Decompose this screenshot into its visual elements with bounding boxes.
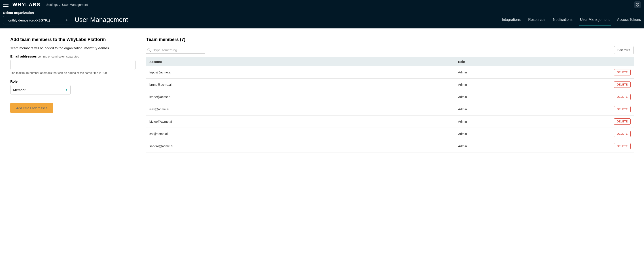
tab-resources[interactable]: Resources (528, 18, 545, 22)
cell-account: bigjoe@acme.ai (146, 116, 455, 128)
add-emails-button[interactable]: Add email addresses (10, 103, 53, 113)
email-label-text: Email addresses (10, 54, 37, 58)
cell-actions: DELETE (611, 66, 634, 79)
user-icon (636, 3, 640, 7)
members-table: Account Role tripps@acme.aiAdminDELETEbr… (146, 57, 634, 152)
members-tbody: tripps@acme.aiAdminDELETEbruno@acme.aiAd… (146, 66, 634, 152)
table-row: tripps@acme.aiAdminDELETE (146, 66, 634, 79)
app-header: WHYLABS Settings / User Management Selec… (0, 0, 644, 29)
page-title: User Management (75, 16, 128, 25)
org-select-value: monthly demos (org-X3G7Pz) (6, 18, 50, 22)
cell-actions: DELETE (611, 128, 634, 140)
org-select[interactable]: monthly demos (org-X3G7Pz) ▲▼ (3, 16, 70, 25)
header-top: WHYLABS Settings / User Management (3, 0, 641, 10)
org-block: Select organization monthly demos (org-X… (3, 11, 70, 25)
breadcrumb-sep: / (60, 3, 60, 7)
org-label: Select organization (3, 11, 70, 15)
cell-role: Admin (455, 116, 611, 128)
search-wrap[interactable] (146, 47, 205, 54)
cell-actions: DELETE (611, 116, 634, 128)
logo: WHYLABS (12, 2, 40, 8)
table-row: bruno@acme.aiAdminDELETE (146, 79, 634, 91)
table-header-row: Account Role (146, 57, 634, 66)
cell-role: Admin (455, 91, 611, 103)
search-icon (147, 48, 151, 52)
search-input[interactable] (154, 48, 204, 52)
delete-button[interactable]: DELETE (614, 143, 630, 149)
caret-down-icon: ▼ (65, 88, 68, 91)
svg-point-1 (637, 4, 638, 5)
nav-tabs: IntegrationsResourcesNotificationsUser M… (502, 18, 641, 25)
main-content: Add team members to the WhyLabs Platform… (0, 29, 644, 161)
delete-button[interactable]: DELETE (614, 94, 630, 100)
cell-account: bruno@acme.ai (146, 79, 455, 91)
delete-button[interactable]: DELETE (614, 118, 630, 125)
table-row: sandro@acme.aiAdminDELETE (146, 140, 634, 152)
cell-account: leane@acme.ai (146, 91, 455, 103)
add-title: Add team members to the WhyLabs Platform (10, 37, 136, 42)
add-desc: Team members will be added to the organi… (10, 46, 136, 50)
add-desc-org: monthly demos (84, 46, 109, 50)
role-value: Member (13, 88, 26, 92)
members-title: Team members (7) (146, 37, 634, 42)
cell-actions: DELETE (611, 91, 634, 103)
delete-button[interactable]: DELETE (614, 106, 630, 112)
breadcrumb-current: User Management (62, 3, 88, 7)
cell-actions: DELETE (611, 79, 634, 91)
search-row: Edit roles (146, 46, 634, 54)
cell-account: isak@acme.ai (146, 103, 455, 116)
user-avatar[interactable] (634, 1, 641, 8)
edit-roles-button[interactable]: Edit roles (614, 46, 634, 54)
cell-role: Admin (455, 128, 611, 140)
role-label: Role (10, 80, 136, 83)
email-hint: comma or semi-colon separated (38, 55, 80, 58)
col-account: Account (146, 57, 455, 66)
breadcrumb-settings[interactable]: Settings (46, 3, 58, 7)
cell-account: cat@acme.ai (146, 128, 455, 140)
tab-user-management[interactable]: User Management (580, 18, 610, 22)
tab-integrations[interactable]: Integrations (502, 18, 521, 22)
tab-access-tokens[interactable]: Access Tokens (617, 18, 641, 22)
col-role: Role (455, 57, 611, 66)
cell-role: Admin (455, 103, 611, 116)
delete-button[interactable]: DELETE (614, 69, 630, 75)
role-select[interactable]: Member ▼ (10, 85, 71, 95)
menu-icon[interactable] (3, 3, 8, 7)
email-label: Email addresses comma or semi-colon sepa… (10, 54, 136, 58)
cell-role: Admin (455, 140, 611, 152)
add-desc-prefix: Team members will be added to the organi… (10, 46, 84, 50)
col-actions (611, 57, 634, 66)
table-row: bigjoe@acme.aiAdminDELETE (146, 116, 634, 128)
cell-role: Admin (455, 79, 611, 91)
cell-role: Admin (455, 66, 611, 79)
table-row: cat@acme.aiAdminDELETE (146, 128, 634, 140)
delete-button[interactable]: DELETE (614, 131, 630, 137)
cell-actions: DELETE (611, 140, 634, 152)
table-row: isak@acme.aiAdminDELETE (146, 103, 634, 116)
table-row: leane@acme.aiAdminDELETE (146, 91, 634, 103)
members-panel: Team members (7) Edit roles Account Role… (146, 37, 634, 152)
select-arrows-icon: ▲▼ (66, 19, 68, 22)
tab-notifications[interactable]: Notifications (553, 18, 572, 22)
breadcrumb: Settings / User Management (46, 3, 88, 7)
add-members-panel: Add team members to the WhyLabs Platform… (10, 37, 136, 152)
email-input[interactable] (10, 60, 136, 70)
cell-account: tripps@acme.ai (146, 66, 455, 79)
email-helper: The maximum number of emails that can be… (10, 71, 136, 75)
cell-actions: DELETE (611, 103, 634, 116)
header-bottom: Select organization monthly demos (org-X… (3, 10, 641, 29)
cell-account: sandro@acme.ai (146, 140, 455, 152)
delete-button[interactable]: DELETE (614, 82, 630, 88)
